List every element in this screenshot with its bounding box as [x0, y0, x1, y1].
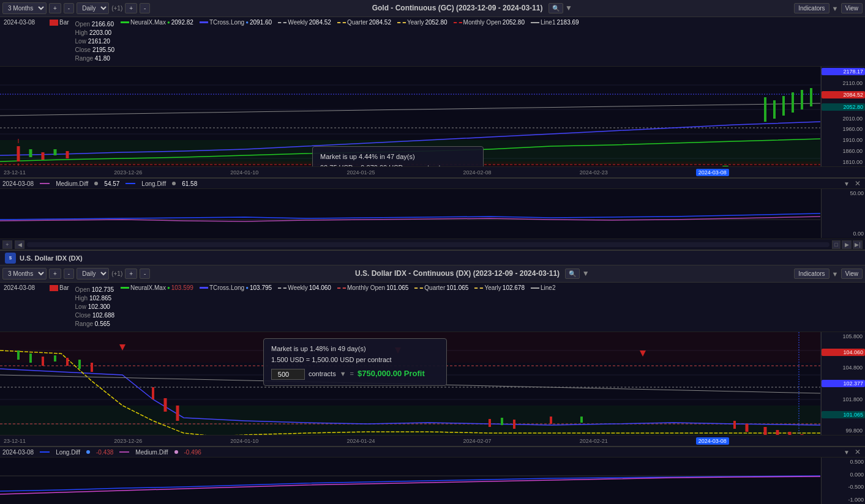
gold-step-plus[interactable]: + — [125, 3, 137, 13]
gold-price-1860: 1860.00 — [822, 148, 865, 154]
usd-sub-p4: -1.000 — [823, 497, 864, 503]
gold-date-1: 23-12-11 — [4, 169, 26, 176]
usd-step-plus[interactable]: + — [125, 269, 137, 279]
gold-indicators-btn[interactable]: Indicators — [794, 3, 829, 13]
gold-scroll-right-btns: □ ▶ ▶| — [832, 240, 863, 249]
usd-chart-title: U.S. Dollar IDX - Continuous (DX) (2023-… — [355, 269, 560, 278]
gold-date-axis: 23-12-11 2023-12-26 2024-01-10 2024-01-2… — [0, 166, 865, 177]
gold-search-btn[interactable]: 🔍 — [549, 3, 563, 13]
gold-sub-price-axis: 50.00 0.00 — [821, 189, 865, 238]
gold-scroll-area: + ◀ □ ▶ ▶| — [0, 239, 865, 250]
usd-sub-chart-body: 0.500 0.000 -0.500 -1.000 — [0, 458, 865, 504]
usd-indicators-btn[interactable]: Indicators — [794, 269, 829, 279]
gold-date-5: 2024-02-08 — [463, 169, 492, 176]
usd-view-btn[interactable]: View — [841, 269, 863, 279]
usd-period-minus[interactable]: - — [64, 269, 74, 279]
usd-sub-price-axis: 0.500 0.000 -0.500 -1.000 — [821, 458, 865, 504]
usd-date-3: 2024-01-10 — [230, 438, 258, 444]
gold-price-mid1: 2084.52 — [822, 91, 865, 98]
gold-neuralx-legend: NeuralX.Max ● 2092.82 — [121, 19, 193, 26]
usd-title-bar: U.S. Dollar IDX - Continuous (DX) (2023-… — [152, 269, 792, 279]
gold-price-axis: 2178.17 2110.00 2084.52 2052.80 2010.00 … — [821, 67, 865, 166]
usd-quarter-legend: Quarter 101.065 — [414, 284, 468, 291]
usd-period-select[interactable]: 3 Months — [2, 268, 47, 280]
gold-scroll-right[interactable]: ▶ — [842, 240, 852, 249]
usd-line2-legend: Line2 — [531, 284, 555, 291]
gold-chart-section: 3 Months + - Daily (+1) + - Gold - Conti… — [0, 0, 865, 251]
usd-info-bar: 2024-03-08 Bar Open 102.735 High 102.865… — [0, 283, 865, 332]
gold-date-7: 2024-03-08 — [696, 169, 729, 176]
gold-price-highlight-top: 2178.17 — [822, 68, 865, 75]
usd-step-minus[interactable]: - — [140, 269, 150, 279]
gold-price-1960: 1960.00 — [822, 126, 865, 132]
usd-tcross-legend: TCross.Long ● 103.795 — [200, 284, 272, 291]
gold-quarter-legend: Quarter 2084.52 — [337, 19, 391, 26]
usd-date-axis: 23-12-11 2023-12-26 2024-01-10 2024-01-2… — [0, 435, 865, 446]
gold-scroll-sq1[interactable]: □ — [832, 240, 841, 249]
usd-period-plus[interactable]: + — [49, 269, 61, 279]
usd-indicators-arrow: ▼ — [832, 270, 839, 278]
usd-sub-p1: 0.500 — [823, 459, 864, 465]
usd-sub-close[interactable]: ✕ — [853, 448, 863, 456]
svg-line-64 — [0, 375, 820, 393]
usd-sub-p2: 0.000 — [823, 472, 864, 478]
gold-sub-svg — [0, 189, 820, 238]
gold-scroll-left[interactable]: ◀ — [15, 240, 24, 249]
gold-ohlc: Open 2166.60 High 2203.00 Low 2161.20 Cl… — [75, 19, 115, 64]
usd-panel-title: U.S. Dollar IDX (DX) — [20, 254, 83, 262]
gold-date-2: 2023-12-26 — [114, 169, 142, 176]
gold-toolbar: 3 Months + - Daily (+1) + - Gold - Conti… — [0, 0, 865, 17]
gold-date: 2024-03-08 — [4, 19, 43, 26]
gold-period-select[interactable]: 3 Months — [2, 2, 47, 14]
usd-date-7: 2024-03-08 — [696, 437, 729, 445]
usd-date-2: 2023-12-26 — [114, 438, 142, 444]
usd-neuralx-legend: NeuralX.Max ● 103.599 — [121, 284, 193, 291]
gold-price-mid2: 2052.80 — [822, 103, 865, 111]
gold-period-minus[interactable]: - — [64, 3, 74, 13]
gold-info-bar: 2024-03-08 Bar Open 2166.60 High 2203.00… — [0, 17, 865, 67]
usd-price-highlight-p2: 102.377 — [822, 380, 865, 387]
gold-yearly-legend: Yearly 2052.80 — [397, 19, 447, 26]
usd-date-4: 2024-01-24 — [346, 438, 375, 444]
usd-yearly-legend: Yearly 102.678 — [474, 284, 525, 291]
usd-price-1018: 101.800 — [822, 396, 865, 402]
gold-sub-controls: 2024-03-08 Medium.Diff 54.57 Long.Diff 6… — [0, 179, 865, 189]
svg-rect-6 — [0, 161, 820, 166]
usd-search-btn[interactable]: 🔍 — [565, 269, 580, 279]
gold-indicators-arrow: ▼ — [832, 5, 839, 12]
usd-price-axis: 105.800 104.060 104.800 102.377 101.800 … — [821, 332, 865, 435]
gold-scroll-plus[interactable]: + — [2, 240, 12, 249]
gold-sub-info: 2024-03-08 Medium.Diff 54.57 Long.Diff 6… — [2, 180, 197, 187]
usd-sub-date: 2024-03-08 — [2, 449, 34, 456]
usd-sub-controls: 2024-03-08 Long.Diff -0.438 Medium.Diff … — [0, 447, 865, 458]
usd-chart-svg — [0, 332, 820, 435]
usd-sub-medium-val: -0.496 — [184, 449, 201, 456]
gold-monthly-legend: Monthly Open 2052.80 — [454, 19, 525, 26]
gold-sub-chart: 2024-03-08 Medium.Diff 54.57 Long.Diff 6… — [0, 177, 865, 239]
gold-sub-close[interactable]: ✕ — [853, 179, 863, 188]
gold-scroll-track[interactable] — [27, 242, 829, 247]
gold-period-plus[interactable]: + — [49, 3, 61, 13]
gold-price-1810: 1810.00 — [822, 159, 865, 165]
usd-sub-minimize[interactable]: ▼ — [842, 448, 852, 456]
usd-interval-select[interactable]: Daily — [77, 268, 109, 280]
gold-scroll-end[interactable]: ▶| — [853, 240, 863, 249]
gold-sub-p2: 0.00 — [823, 231, 864, 237]
usd-date-1: 23-12-11 — [4, 438, 26, 444]
svg-marker-33 — [722, 166, 728, 166]
gold-tcross-legend: TCross.Long ● 2091.60 — [200, 19, 272, 26]
gold-view-btn[interactable]: View — [841, 3, 863, 13]
usd-date-5: 2024-02-07 — [463, 438, 492, 444]
gold-sub-minimize[interactable]: ▼ — [842, 179, 852, 188]
gold-interval-select[interactable]: Daily — [77, 2, 109, 14]
usd-monthly-legend: Monthly Open 101.065 — [337, 284, 408, 291]
gold-sub-medium-val: 54.57 — [104, 180, 119, 187]
gold-sub-medium-label: Medium.Diff — [56, 180, 88, 187]
gold-date-4: 2024-01-25 — [346, 169, 375, 176]
usd-price-998: 99.800 — [822, 428, 865, 434]
usd-sub-p3: -0.500 — [823, 484, 864, 490]
usd-sub-info: 2024-03-08 Long.Diff -0.438 Medium.Diff … — [2, 449, 201, 456]
usd-sub-long-val: -0.438 — [96, 449, 113, 456]
usd-sub-chart: 2024-03-08 Long.Diff -0.438 Medium.Diff … — [0, 446, 865, 504]
gold-step-minus[interactable]: - — [140, 3, 150, 13]
